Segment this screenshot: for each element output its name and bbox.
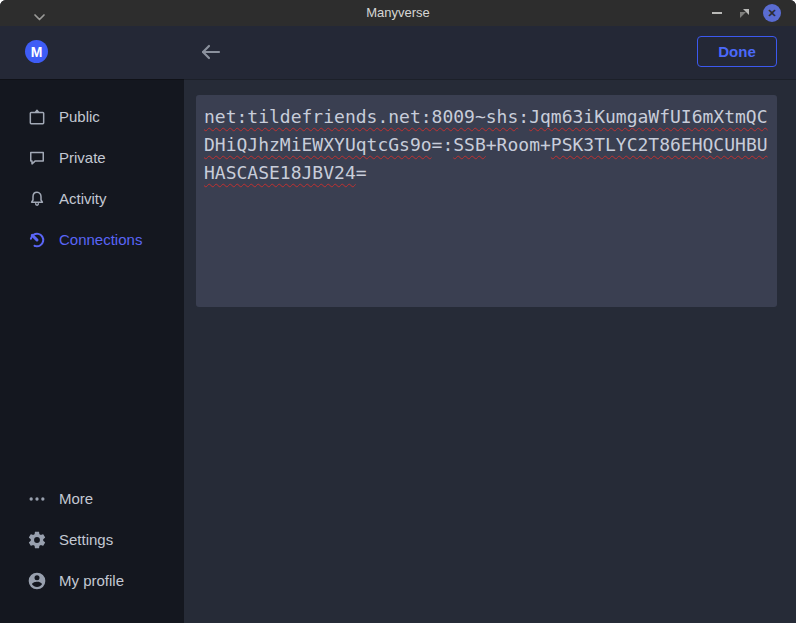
- close-icon: ✕: [763, 4, 781, 22]
- done-button[interactable]: Done: [697, 36, 777, 67]
- sidebar-footer: More Settings My profile: [0, 478, 184, 601]
- bell-icon: [27, 189, 47, 209]
- arrow-left-icon: [198, 42, 222, 62]
- app-header: M Done: [0, 26, 796, 79]
- restore-window-button[interactable]: [733, 0, 755, 26]
- sidebar-item-label: Activity: [59, 190, 107, 207]
- message-bubble-icon: [27, 148, 47, 168]
- bulletin-board-icon: [27, 107, 47, 127]
- sidebar-item-label: My profile: [59, 572, 124, 589]
- sidebar-item-private[interactable]: Private: [0, 137, 184, 178]
- back-button[interactable]: [198, 42, 224, 64]
- sidebar-item-label: Private: [59, 149, 106, 166]
- sidebar-item-connections[interactable]: Connections: [0, 219, 184, 260]
- sidebar: Public Private Activity: [0, 79, 184, 623]
- account-circle-icon: [27, 571, 47, 591]
- sidebar-nav: Public Private Activity: [0, 79, 184, 260]
- sidebar-item-label: More: [59, 490, 93, 507]
- window-title: Manyverse: [0, 0, 796, 26]
- invite-code-line: net:tildefriends.net:8009~shs:Jqm63iKumg…: [204, 103, 769, 131]
- restore-window-icon: [739, 8, 750, 19]
- connections-gauge-icon: [27, 230, 47, 250]
- main-content: net:tildefriends.net:8009~shs:Jqm63iKumg…: [184, 79, 796, 623]
- sidebar-item-label: Public: [59, 108, 100, 125]
- ellipsis-icon: [27, 489, 47, 509]
- manyverse-logo-icon[interactable]: M: [25, 40, 48, 63]
- invite-code-field[interactable]: net:tildefriends.net:8009~shs:Jqm63iKumg…: [196, 95, 777, 307]
- minimize-icon: [712, 12, 722, 14]
- titlebar[interactable]: Manyverse ✕: [0, 0, 796, 27]
- sidebar-item-my-profile[interactable]: My profile: [0, 560, 184, 601]
- close-button[interactable]: ✕: [761, 0, 783, 26]
- minimize-button[interactable]: [706, 0, 728, 26]
- manyverse-window: Manyverse ✕ M Done: [0, 0, 796, 623]
- sidebar-item-more[interactable]: More: [0, 478, 184, 519]
- invite-code-line: HASCASE18JBV24=: [204, 159, 769, 187]
- sidebar-item-activity[interactable]: Activity: [0, 178, 184, 219]
- sidebar-item-label: Settings: [59, 531, 113, 548]
- gear-icon: [27, 530, 47, 550]
- invite-code-line: DHiQJhzMiEWXYUqtcGs9o=:SSB+Room+PSK3TLYC…: [204, 131, 769, 159]
- sidebar-item-label: Connections: [59, 231, 142, 248]
- sidebar-item-public[interactable]: Public: [0, 96, 184, 137]
- sidebar-item-settings[interactable]: Settings: [0, 519, 184, 560]
